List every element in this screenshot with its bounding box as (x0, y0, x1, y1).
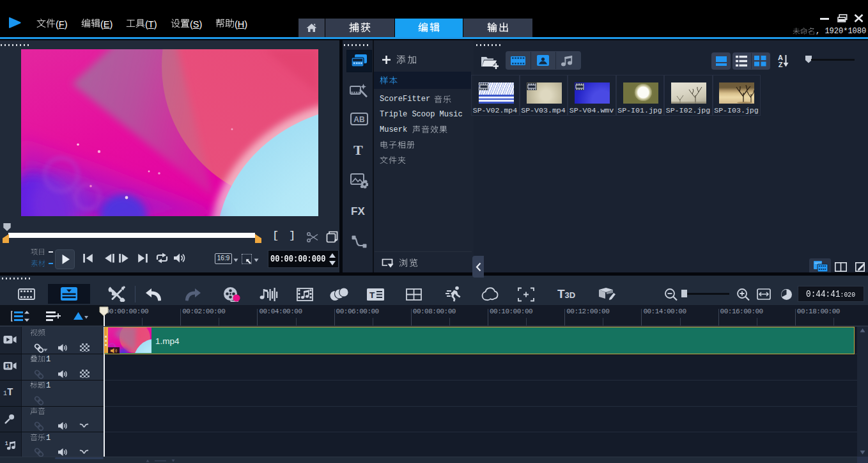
svg-text:1: 1 (6, 363, 10, 369)
svg-text:AB: AB (353, 115, 365, 124)
svg-text:T: T (369, 290, 375, 300)
svg-text:1: 1 (5, 441, 8, 446)
svg-text:Z: Z (779, 61, 783, 68)
